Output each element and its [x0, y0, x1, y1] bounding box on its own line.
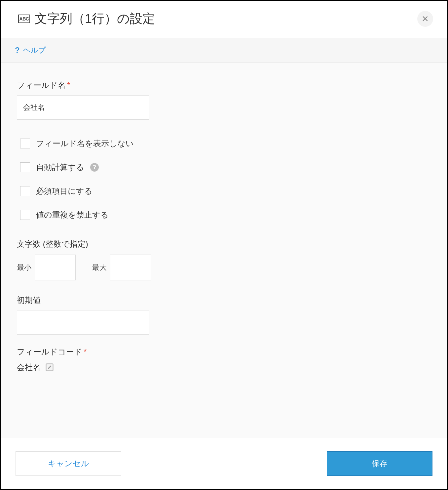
max-input[interactable] [110, 255, 151, 280]
info-icon[interactable]: ? [90, 163, 99, 172]
help-label: ヘルプ [23, 45, 46, 55]
field-name-label-text: フィールド名 [17, 81, 66, 90]
help-icon: ? [15, 46, 20, 55]
min-input[interactable] [35, 255, 76, 280]
required-mark-icon: * [67, 81, 70, 90]
char-count-range-row: 最小 最大 [17, 255, 431, 280]
max-label: 最大 [92, 263, 107, 272]
checkbox-list: フィールド名を表示しない 自動計算する ? 必須項目にする 値の重複を禁止する [17, 132, 431, 227]
default-value-group: 初期値 [17, 295, 431, 335]
max-item: 最大 [92, 255, 151, 280]
cancel-button[interactable]: キャンセル [16, 451, 121, 476]
edit-field-code-button[interactable] [44, 362, 55, 373]
field-name-label: フィールド名* [17, 80, 431, 91]
dialog-header: ABC 文字列（1行）の設定 ✕ [1, 1, 447, 38]
dialog-title: 文字列（1行）の設定 [35, 10, 155, 27]
help-link[interactable]: ? ヘルプ [15, 45, 46, 55]
auto-calc-checkbox[interactable] [20, 162, 30, 172]
min-label: 最小 [17, 263, 31, 272]
char-count-section: 文字数 (整数で指定) 最小 最大 [17, 239, 431, 280]
char-count-label: 文字数 (整数で指定) [17, 239, 431, 249]
required-mark-icon: * [84, 347, 87, 356]
dialog-footer: キャンセル 保存 [1, 438, 447, 489]
required-label: 必須項目にする [36, 186, 93, 196]
field-code-value: 会社名 [17, 362, 41, 373]
field-code-label-text: フィールドコード [17, 347, 82, 356]
hide-field-name-checkbox[interactable] [20, 139, 30, 148]
checkbox-row-no-duplicates: 値の重複を禁止する [17, 203, 431, 227]
close-button[interactable]: ✕ [417, 11, 433, 27]
dialog-title-wrap: ABC 文字列（1行）の設定 [18, 10, 155, 27]
dialog-body: フィールド名* フィールド名を表示しない 自動計算する ? 必須項目にする 値の… [1, 63, 447, 438]
field-name-input[interactable] [17, 95, 149, 120]
default-value-input[interactable] [17, 310, 149, 335]
field-code-group: フィールドコード* 会社名 [17, 347, 431, 373]
required-checkbox[interactable] [20, 186, 30, 196]
no-duplicates-checkbox[interactable] [20, 210, 30, 220]
hide-field-name-label: フィールド名を表示しない [36, 138, 134, 149]
settings-dialog: ABC 文字列（1行）の設定 ✕ ? ヘルプ フィールド名* フィールド名を表示… [0, 0, 448, 490]
checkbox-row-auto-calc: 自動計算する ? [17, 155, 431, 179]
min-item: 最小 [17, 255, 76, 280]
default-value-label: 初期値 [17, 295, 431, 306]
field-code-row: 会社名 [17, 362, 431, 373]
no-duplicates-label: 値の重複を禁止する [36, 210, 109, 220]
field-code-label: フィールドコード* [17, 347, 431, 357]
field-name-group: フィールド名* [17, 80, 431, 120]
text-field-abc-icon: ABC [18, 15, 30, 23]
save-button[interactable]: 保存 [327, 451, 432, 476]
pencil-edit-icon [45, 363, 54, 372]
help-bar: ? ヘルプ [1, 38, 447, 63]
close-icon: ✕ [422, 15, 429, 23]
auto-calc-label: 自動計算する [36, 162, 84, 173]
checkbox-row-required: 必須項目にする [17, 179, 431, 203]
checkbox-row-hide-field-name: フィールド名を表示しない [17, 132, 431, 155]
